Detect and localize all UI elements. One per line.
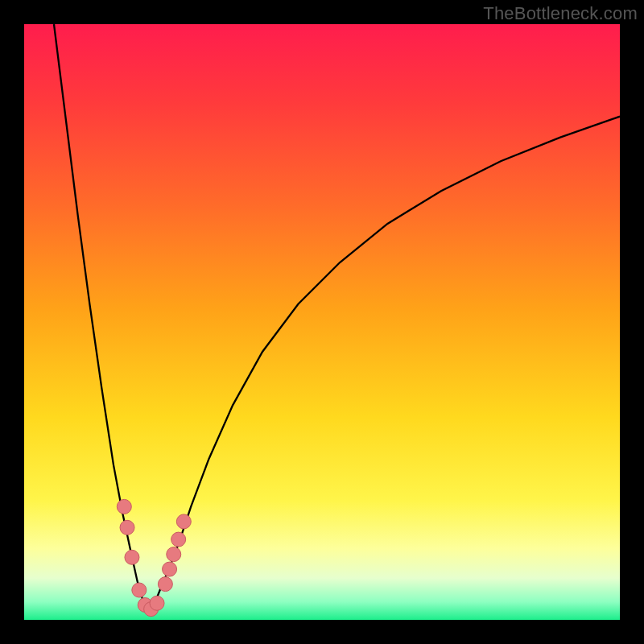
gradient-background (24, 24, 620, 620)
data-marker (125, 550, 139, 564)
data-marker (120, 520, 134, 535)
data-marker (117, 499, 131, 514)
chart-svg (24, 24, 620, 620)
watermark-text: TheBottleneck.com (483, 3, 638, 24)
chart-container: TheBottleneck.com (0, 0, 644, 644)
data-marker (150, 596, 164, 610)
plot-area (24, 24, 620, 620)
data-marker (132, 583, 147, 597)
data-marker (167, 547, 181, 562)
data-marker (176, 514, 191, 529)
data-marker (163, 562, 177, 576)
data-marker (158, 577, 172, 592)
data-marker (171, 532, 186, 547)
